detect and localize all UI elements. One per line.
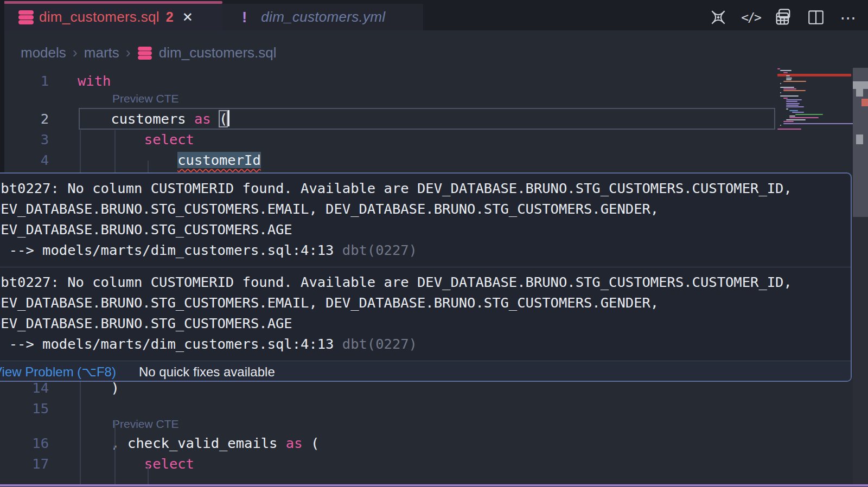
code-text: customers as ( — [78, 108, 229, 129]
code-line-3[interactable]: 3 select — [0, 129, 776, 150]
minimap-code-line — [780, 95, 799, 97]
code-line-17[interactable]: 17 select — [0, 453, 776, 474]
minimap-code-line — [783, 90, 806, 91]
minimap-code-line — [786, 101, 797, 102]
window-left-edge — [0, 0, 4, 172]
minimap-code-line — [783, 81, 806, 82]
minimap-code-line — [780, 92, 781, 93]
chevron-right-icon: › — [126, 44, 131, 61]
overview-error-marker — [861, 99, 868, 106]
line-number: 1 — [0, 71, 49, 91]
breadcrumb-item-file[interactable]: dim_customers.sql — [159, 44, 277, 61]
error-source: dbt(0227) — [342, 336, 417, 352]
split-editor-icon[interactable] — [806, 8, 826, 27]
code-text: with — [78, 71, 111, 91]
minimap-code-line — [783, 88, 796, 89]
minimap-code-line — [783, 98, 788, 99]
code-lens-preview-cte[interactable]: Preview CTE — [112, 418, 179, 431]
database-icon — [138, 46, 152, 60]
editor-scrollbar — [853, 68, 868, 484]
minimap-code-line — [777, 68, 780, 69]
problem-count-badge: 2 — [166, 9, 174, 25]
tab-label: dim_customers.sql — [39, 9, 159, 25]
code-lens-preview-cte[interactable]: Preview CTE — [112, 92, 179, 105]
query-results-icon[interactable] — [774, 8, 793, 27]
minimap-code-line — [783, 123, 856, 124]
minimap-code-line — [780, 83, 781, 84]
indent-guide — [148, 161, 149, 172]
minimap-code-line — [789, 116, 795, 117]
minimap-code-line — [780, 125, 781, 126]
breadcrumb: models › marts › dim_customers.sql — [21, 44, 277, 61]
code-line-15[interactable]: 15 — [0, 398, 776, 419]
tab-label: dim_customers.yml — [261, 9, 385, 25]
dbt-icon[interactable] — [709, 8, 728, 27]
text-cursor — [228, 110, 229, 126]
editor-window: { "tabs": [ { "label": "dim_customers.sq… — [0, 0, 868, 487]
minimap-code-line — [786, 103, 799, 104]
minimap-code-line — [786, 78, 792, 79]
minimap-code-line — [783, 121, 794, 122]
tab-dim-customers-sql[interactable]: dim_customers.sql 2 ✕ — [4, 4, 222, 30]
minimap-code-line — [780, 70, 791, 71]
minimap-code-line — [786, 99, 802, 100]
indent-guide — [80, 381, 81, 484]
minimap-code-line — [786, 105, 799, 106]
line-number: 15 — [0, 398, 49, 419]
database-icon — [18, 10, 34, 25]
tab-dim-customers-yml[interactable]: ! dim_customers.yml — [222, 4, 423, 30]
code-line-2[interactable]: 2 customers as ( — [0, 108, 776, 129]
overview-decoration — [856, 89, 863, 97]
code-line-4[interactable]: 4 customerId — [0, 150, 776, 170]
chevron-right-icon: › — [73, 44, 78, 61]
minimap-code-line — [777, 129, 801, 130]
indent-guide — [148, 466, 149, 484]
error-message-2: dbt0227: No column CUSTOMERID found. Ava… — [0, 267, 851, 361]
no-quick-fixes-text: No quick fixes available — [139, 364, 275, 380]
minimap-code-line — [786, 75, 790, 76]
code-line-16[interactable]: 16 , check_valid_emails as ( — [0, 433, 776, 453]
compiled-code-icon[interactable]: </> — [741, 8, 761, 27]
overview-decoration — [853, 81, 868, 89]
hover-status-bar: View Problem (⌥F8) No quick fixes availa… — [0, 361, 851, 382]
minimap-code-line — [786, 119, 805, 120]
more-actions-icon[interactable]: ⋯ — [839, 8, 858, 27]
code-line-1[interactable]: 1with — [0, 71, 776, 91]
minimap-code-line — [786, 106, 804, 107]
error-message-1: dbt0227: No column CUSTOMERID found. Ava… — [0, 174, 851, 267]
minimap-code-line — [780, 87, 794, 88]
overview-decoration — [856, 134, 863, 144]
line-number: 16 — [0, 433, 49, 453]
breadcrumb-item-models[interactable]: models — [21, 44, 66, 61]
code-text: select — [78, 453, 194, 474]
indent-guide — [80, 130, 81, 172]
breadcrumb-item-marts[interactable]: marts — [84, 44, 119, 61]
error-source: dbt(0227) — [342, 242, 417, 258]
indent-guide — [114, 130, 116, 172]
tab-bar: dim_customers.sql 2 ✕ ! dim_customers.ym… — [0, 0, 868, 30]
indent-guide — [114, 420, 116, 484]
code-text: select — [78, 129, 194, 150]
minimap-code-line — [786, 79, 792, 80]
line-number: 17 — [0, 453, 49, 474]
close-icon[interactable]: ✕ — [182, 10, 193, 25]
editor-actions: </> ⋯ — [709, 5, 858, 29]
code-text: , check_valid_emails as ( — [78, 433, 319, 453]
warning-icon: ! — [242, 9, 247, 26]
minimap-code-line — [783, 72, 788, 73]
minimap-code-line — [792, 112, 804, 113]
view-problem-link[interactable]: View Problem (⌥F8) — [0, 364, 116, 380]
window-bottom-accent — [0, 484, 868, 486]
error-word: customerId — [177, 152, 261, 168]
minimap-code-line — [786, 108, 788, 110]
line-number: 3 — [0, 129, 49, 150]
minimap-code-line — [795, 114, 824, 115]
line-number: 4 — [0, 150, 49, 170]
error-hover-popup: dbt0227: No column CUSTOMERID found. Ava… — [0, 172, 852, 382]
minimap-code-line — [789, 110, 798, 111]
line-number: 2 — [0, 108, 49, 129]
code-text: customerId — [78, 150, 261, 170]
minimap-code-line — [789, 117, 819, 118]
